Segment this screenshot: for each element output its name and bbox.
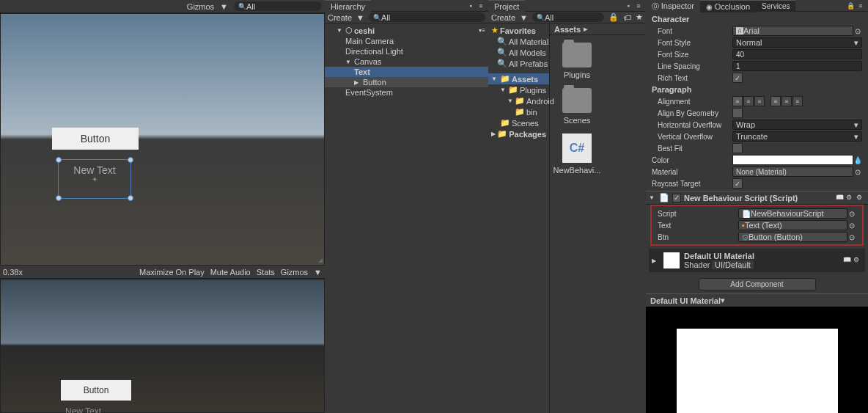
star-icon[interactable]: ★: [636, 12, 643, 22]
menu-icon[interactable]: ≡: [634, 1, 643, 10]
text-ref-field[interactable]: ▪Text (Text): [738, 220, 847, 230]
best-fit-checkbox[interactable]: [732, 143, 743, 153]
h-overflow-dropdown[interactable]: Wrap▾: [732, 120, 862, 130]
font-label: Font: [652, 27, 732, 35]
object-picker-icon[interactable]: ⊙: [847, 210, 856, 218]
menu-icon[interactable]: ≡: [477, 1, 485, 10]
btn-ref-label: Btn: [658, 233, 738, 241]
occlusion-tab[interactable]: ◉ Occlusion: [700, 0, 756, 12]
fav-materials[interactable]: 🔍All Material: [488, 36, 549, 47]
anchor-gizmo[interactable]: ✦: [92, 175, 98, 183]
tree-eventsystem[interactable]: EventSystem: [325, 87, 488, 98]
object-picker-icon[interactable]: ⊙: [853, 27, 862, 35]
eyedropper-icon[interactable]: 💧: [853, 156, 862, 164]
project-create-dropdown[interactable]: Create: [491, 13, 515, 22]
line-spacing-input[interactable]: 1: [732, 61, 862, 71]
align-geom-checkbox[interactable]: [732, 108, 743, 118]
material-component[interactable]: ▶ Default UI Material Shader UI/Default …: [649, 249, 865, 272]
h-overflow-label: Horizontal Overflow: [652, 121, 732, 129]
tag-icon[interactable]: 🏷: [623, 13, 631, 22]
hierarchy-search[interactable]: 🔍All: [369, 12, 485, 22]
tree-bin[interactable]: 📁bin: [488, 106, 549, 117]
game-gizmos-dropdown[interactable]: Gizmos: [281, 268, 308, 277]
material-field[interactable]: None (Material): [732, 167, 853, 177]
project-tab[interactable]: Project: [488, 0, 525, 12]
scene-root[interactable]: ▼⬡ ceshi▾≡: [325, 25, 488, 36]
preset-icon[interactable]: ⚙: [846, 194, 855, 202]
raycast-label: Raycast Target: [652, 180, 732, 188]
assets-root[interactable]: ▼📁Assets: [488, 73, 549, 84]
tree-scenes[interactable]: 📁Scenes: [488, 117, 549, 128]
scene-search[interactable]: 🔍All: [234, 1, 322, 11]
tree-main-camera[interactable]: Main Camera: [325, 36, 488, 46]
script-component-title: New Behaviour Script (Script): [684, 194, 833, 202]
favorites-root[interactable]: ★Favorites: [488, 25, 549, 36]
tree-button[interactable]: ▶Button: [325, 77, 488, 87]
font-size-label: Font Size: [652, 51, 732, 59]
gizmos-dropdown[interactable]: Gizmos: [187, 2, 214, 11]
tree-canvas[interactable]: ▼Canvas: [325, 56, 488, 67]
font-size-input[interactable]: 40: [732, 49, 862, 59]
game-view[interactable]: Button New Text: [0, 279, 325, 413]
tree-text[interactable]: Text: [325, 67, 488, 77]
scene-view[interactable]: Button New Text ✦ ◢: [0, 13, 325, 266]
create-dropdown[interactable]: Create: [328, 13, 352, 22]
filter-icon[interactable]: 🔒: [608, 12, 619, 22]
shader-dropdown[interactable]: UI/Default: [712, 260, 754, 269]
add-component-button[interactable]: Add Component: [699, 278, 816, 290]
rich-text-label: Rich Text: [652, 74, 732, 82]
tree-plugins[interactable]: ▼📁Plugins: [488, 84, 549, 95]
dock-icon[interactable]: ▪: [466, 1, 475, 10]
fav-prefabs[interactable]: 🔍All Prefabs: [488, 58, 549, 69]
mute-toggle[interactable]: Mute Audio: [210, 268, 251, 277]
help-icon[interactable]: 📖: [843, 256, 852, 265]
rich-text-checkbox[interactable]: [732, 73, 743, 83]
scene-toolbar: Gizmos ▼ 🔍All: [0, 0, 325, 13]
game-text-ui: New Text: [65, 406, 101, 413]
resize-corner-icon[interactable]: ◢: [318, 257, 323, 263]
v-align-buttons[interactable]: ≡≡≡: [770, 96, 803, 106]
material-preview[interactable]: @510887670: [646, 307, 868, 413]
asset-scenes-folder[interactable]: Scenes: [557, 88, 597, 125]
stats-toggle[interactable]: Stats: [257, 268, 275, 277]
maximize-toggle[interactable]: Maximize On Play: [139, 268, 205, 277]
project-search[interactable]: 🔍All: [532, 12, 604, 22]
asset-plugins-folder[interactable]: Plugins: [557, 43, 597, 79]
v-overflow-dropdown[interactable]: Truncate▾: [732, 131, 862, 142]
project-breadcrumb[interactable]: Assets ▸: [550, 23, 646, 35]
fav-models[interactable]: 🔍All Models: [488, 47, 549, 58]
object-picker-icon[interactable]: ⊙: [847, 222, 856, 230]
color-label: Color: [652, 156, 732, 164]
gear-icon[interactable]: ⚙: [853, 256, 862, 265]
preview-header[interactable]: Default UI Material ▾: [646, 293, 868, 307]
packages-root[interactable]: ▶📁Packages: [488, 128, 549, 139]
tree-directional-light[interactable]: Directional Light: [325, 46, 488, 56]
font-field[interactable]: 🅰 Arial: [732, 26, 853, 36]
alignment-label: Alignment: [652, 98, 732, 106]
btn-ref-field[interactable]: ⊙Button (Button): [738, 232, 847, 242]
inspector-tab[interactable]: ⓪ Inspector: [646, 0, 700, 13]
object-picker-icon[interactable]: ⊙: [853, 168, 862, 176]
component-enabled-checkbox[interactable]: [672, 194, 681, 202]
hierarchy-tab[interactable]: Hierarchy: [325, 0, 371, 12]
game-toolbar: 0.38x Maximize On Play Mute Audio Stats …: [0, 266, 325, 279]
tree-android[interactable]: ▼📁Android: [488, 95, 549, 106]
help-icon[interactable]: 📖: [836, 194, 845, 202]
dock-icon[interactable]: ▪: [624, 1, 633, 10]
script-fields-highlight: Script📄NewBehaviourScript⊙ Text▪Text (Te…: [650, 205, 864, 246]
object-picker-icon[interactable]: ⊙: [847, 233, 856, 241]
selection-rect[interactable]: New Text ✦: [58, 159, 131, 199]
preview-quad: [677, 329, 838, 413]
font-style-dropdown[interactable]: Normal▾: [732, 37, 862, 48]
gear-icon[interactable]: ⚙: [856, 194, 865, 202]
menu-icon[interactable]: ≡: [856, 1, 865, 10]
asset-script-file[interactable]: C#NewBehavi...: [557, 134, 597, 175]
hierarchy-tree: ▼⬡ ceshi▾≡ Main Camera Directional Light…: [325, 23, 488, 99]
font-style-label: Font Style: [652, 39, 732, 47]
services-tab[interactable]: Services: [756, 0, 795, 12]
expand-icon[interactable]: ▼: [649, 194, 656, 201]
h-align-buttons[interactable]: ≡≡≡: [732, 96, 765, 106]
color-field[interactable]: [732, 155, 853, 165]
raycast-checkbox[interactable]: [732, 178, 743, 189]
lock-icon[interactable]: 🔒: [846, 1, 855, 10]
